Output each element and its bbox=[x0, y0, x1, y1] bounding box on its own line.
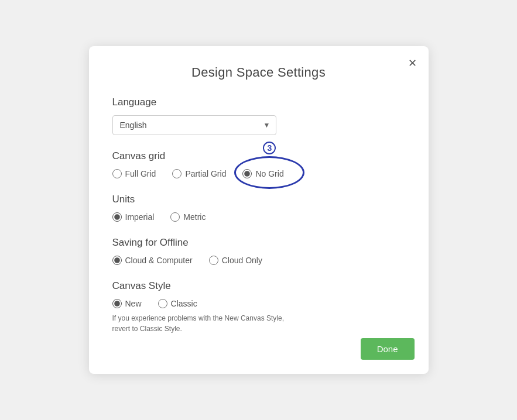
units-section: Units Imperial Metric bbox=[112, 194, 405, 222]
dialog-overlay: ✕ Design Space Settings Language English… bbox=[0, 0, 517, 420]
metric-radio[interactable] bbox=[170, 212, 180, 222]
saving-radio-group: Cloud & Computer Cloud Only bbox=[112, 256, 405, 265]
language-section: Language English Spanish French German I… bbox=[112, 97, 405, 135]
no-grid-option[interactable]: No Grid bbox=[242, 169, 283, 178]
partial-grid-option[interactable]: Partial Grid bbox=[172, 169, 226, 178]
no-grid-radio[interactable] bbox=[242, 169, 252, 178]
units-radio-group: Imperial Metric bbox=[112, 212, 405, 222]
cloud-computer-radio[interactable] bbox=[112, 256, 122, 265]
cloud-computer-option[interactable]: Cloud & Computer bbox=[112, 256, 193, 265]
classic-style-option[interactable]: Classic bbox=[158, 299, 197, 308]
imperial-option[interactable]: Imperial bbox=[112, 212, 155, 222]
saving-section: Saving for Offline Cloud & Computer Clou… bbox=[112, 237, 405, 265]
full-grid-label: Full Grid bbox=[125, 169, 156, 178]
canvas-style-note: If you experience problems with the New … bbox=[112, 313, 288, 334]
units-label: Units bbox=[112, 194, 405, 205]
dialog-title: Design Space Settings bbox=[112, 65, 405, 80]
full-grid-radio[interactable] bbox=[112, 169, 122, 178]
new-style-option[interactable]: New bbox=[112, 299, 142, 308]
new-style-radio[interactable] bbox=[112, 299, 122, 308]
canvas-style-label: Canvas Style bbox=[112, 280, 405, 292]
canvas-grid-section: Canvas grid Full Grid Partial Grid 3 bbox=[112, 150, 405, 178]
new-style-label: New bbox=[125, 299, 142, 308]
cloud-computer-label: Cloud & Computer bbox=[125, 256, 193, 265]
imperial-label: Imperial bbox=[125, 212, 155, 222]
canvas-style-radio-group: New Classic bbox=[112, 299, 405, 308]
close-icon: ✕ bbox=[408, 57, 417, 69]
language-select[interactable]: English Spanish French German Italian Po… bbox=[112, 115, 276, 135]
canvas-grid-label: Canvas grid bbox=[112, 150, 405, 162]
canvas-grid-radio-group: Full Grid Partial Grid 3 No Grid bbox=[112, 169, 405, 178]
cloud-only-radio[interactable] bbox=[209, 256, 218, 265]
classic-style-label: Classic bbox=[171, 299, 197, 308]
no-grid-label: No Grid bbox=[255, 169, 283, 178]
cloud-only-label: Cloud Only bbox=[222, 256, 262, 265]
partial-grid-label: Partial Grid bbox=[185, 169, 226, 178]
cloud-only-option[interactable]: Cloud Only bbox=[209, 256, 262, 265]
language-label: Language bbox=[112, 97, 405, 108]
classic-style-radio[interactable] bbox=[158, 299, 167, 308]
canvas-style-section: Canvas Style New Classic If you experien… bbox=[112, 280, 405, 334]
language-select-wrapper: English Spanish French German Italian Po… bbox=[112, 115, 276, 135]
close-button[interactable]: ✕ bbox=[406, 56, 419, 71]
imperial-radio[interactable] bbox=[112, 212, 122, 222]
saving-label: Saving for Offline bbox=[112, 237, 405, 249]
metric-label: Metric bbox=[183, 212, 206, 222]
full-grid-option[interactable]: Full Grid bbox=[112, 169, 156, 178]
settings-dialog: ✕ Design Space Settings Language English… bbox=[89, 46, 429, 374]
metric-option[interactable]: Metric bbox=[170, 212, 206, 222]
done-button[interactable]: Done bbox=[361, 338, 415, 360]
partial-grid-radio[interactable] bbox=[172, 169, 182, 178]
no-grid-wrapper: 3 No Grid bbox=[242, 169, 283, 178]
